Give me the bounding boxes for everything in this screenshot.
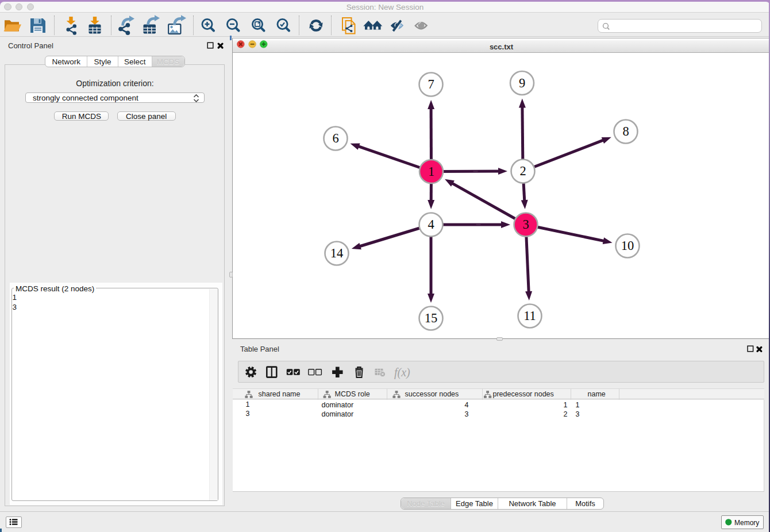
svg-text:10: 10 [621, 238, 634, 253]
svg-text:6: 6 [332, 131, 338, 145]
svg-text:1: 1 [428, 164, 434, 179]
svg-text:4: 4 [428, 217, 434, 232]
svg-text:7: 7 [428, 77, 434, 91]
svg-text:8: 8 [622, 124, 629, 138]
svg-text:15: 15 [425, 311, 438, 325]
svg-text:f(x): f(x) [394, 366, 410, 379]
svg-text:9: 9 [519, 76, 525, 90]
svg-text:11: 11 [523, 309, 536, 323]
svg-text:14: 14 [330, 246, 344, 260]
svg-text:3: 3 [522, 217, 529, 232]
svg-text:2: 2 [519, 164, 526, 178]
